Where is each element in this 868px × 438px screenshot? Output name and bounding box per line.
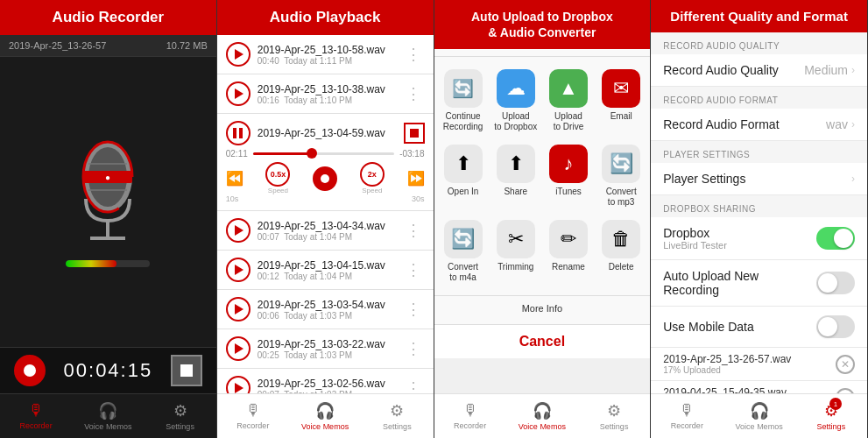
play-button[interactable]	[226, 376, 251, 393]
item-name: 2019-Apr-25_13-03-54.wav	[258, 299, 402, 311]
progress-bar[interactable]	[253, 152, 394, 155]
record-audio-quality-row[interactable]: Record Audio Quality Medium ›	[651, 54, 867, 87]
item-meta: 00:06 Today at 1:03 PM	[258, 311, 402, 321]
dropbox-toggle[interactable]	[816, 227, 855, 250]
nav-settings[interactable]: ⚙1 Settings	[795, 398, 867, 434]
panel1-nav: 🎙 Recorder 🎧 Voice Memos ⚙ Settings	[0, 393, 216, 438]
cancel-button[interactable]: Cancel	[434, 324, 651, 358]
play-triangle-icon	[235, 265, 243, 275]
nav-voice-memos[interactable]: 🎧 Voice Memos	[72, 398, 144, 434]
record-button[interactable]	[14, 355, 46, 386]
modal-option-trimming[interactable]: ✂ Trimming	[490, 215, 541, 288]
nav-settings[interactable]: ⚙ Settings	[145, 398, 216, 434]
item-meta: 00:25 Today at 1:03 PM	[258, 350, 402, 360]
nav-settings[interactable]: ⚙ Settings	[578, 398, 650, 434]
stop-button[interactable]	[171, 355, 202, 386]
record-audio-format-row[interactable]: Record Audio Format wav ›	[651, 109, 867, 141]
list-item: 2019-Apr-25_13-10-58.wav 00:40 Today at …	[217, 35, 434, 74]
modal-option-continue[interactable]: 🔄 ContinueRecording	[438, 64, 489, 138]
record-button-center[interactable]	[313, 166, 337, 191]
nav-recorder[interactable]: 🎙 Recorder	[434, 398, 506, 434]
list-item: 2019-Apr-25_13-10-38.wav 00:16 Today at …	[217, 74, 434, 114]
item-name: 2019-Apr-25_13-04-59.wav	[258, 127, 400, 139]
rename-icon: ✏	[549, 220, 588, 258]
more-button[interactable]: ⋮	[402, 339, 425, 358]
more-button[interactable]: ⋮	[402, 84, 425, 103]
play-button[interactable]	[226, 42, 251, 67]
skip-forward-icon[interactable]: ⏩	[407, 170, 425, 187]
modal-option-delete[interactable]: 🗑 Delete	[596, 215, 646, 288]
timer-display: 00:04:15	[64, 359, 153, 382]
nav-voice-memos[interactable]: 🎧 Voice Memos	[506, 398, 578, 434]
settings-icon: ⚙	[607, 401, 621, 420]
modal-grid: 🔄 ContinueRecording ☁ Uploadto Dropbox ▲…	[434, 57, 651, 295]
list-item: 2019-Apr-25_13-02-56.wav 00:07 Today at …	[217, 369, 434, 393]
more-button[interactable]: ⋮	[402, 45, 425, 64]
mobile-data-row[interactable]: Use Mobile Data	[651, 307, 867, 348]
modal-label: iTunes	[555, 187, 582, 197]
modal-option-openin[interactable]: ⬆ Open In	[438, 139, 489, 213]
play-button[interactable]	[226, 81, 251, 106]
item-name: 2019-Apr-25_13-04-34.wav	[258, 220, 402, 232]
panel-recorder: Audio Recorder 2019-Apr-25_13-26-57 10.7…	[0, 0, 217, 438]
nav-recorder[interactable]: 🎙 Recorder	[651, 398, 723, 434]
play-button[interactable]	[226, 258, 251, 282]
stop-icon	[410, 129, 419, 138]
nav-recorder[interactable]: 🎙 Recorder	[217, 398, 289, 434]
modal-option-itunes[interactable]: ♪ iTunes	[543, 139, 594, 213]
modal-option-dropbox[interactable]: ☁ Uploadto Dropbox	[490, 64, 541, 138]
player-settings-row[interactable]: Player Settings ›	[651, 163, 867, 195]
nav-voice-memos[interactable]: 🎧 Voice Memos	[289, 398, 361, 434]
modal-label: Convertto mp3	[606, 187, 637, 208]
settings-icon: ⚙	[173, 401, 187, 420]
item-info: 2019-Apr-25_13-03-22.wav 00:25 Today at …	[258, 338, 402, 360]
play-button[interactable]	[226, 297, 251, 321]
more-info-row[interactable]: More Info	[434, 295, 651, 321]
play-button[interactable]	[226, 336, 251, 361]
panel2-nav: 🎙 Recorder 🎧 Voice Memos ⚙ Settings	[217, 393, 434, 438]
nav-voice-memos[interactable]: 🎧 Voice Memos	[723, 398, 795, 434]
play-button[interactable]	[226, 218, 251, 243]
speed-2x-button[interactable]: 2x	[360, 162, 385, 187]
modal-option-share[interactable]: ⬆ Share	[490, 139, 541, 213]
volume-fill	[66, 260, 116, 267]
skip-back-icon[interactable]: ⏪	[226, 170, 243, 187]
list-item: 2019-Apr-25_13-04-34.wav 00:07 Today at …	[217, 211, 434, 251]
more-button[interactable]: ⋮	[402, 260, 425, 279]
more-info-label: More Info	[522, 303, 562, 314]
format-value: wav ›	[826, 117, 855, 131]
stop-button[interactable]	[404, 123, 425, 144]
speed-0-5x-button[interactable]: 0.5x	[265, 162, 290, 187]
modal-option-email[interactable]: ✉ Email	[596, 64, 646, 138]
play-triangle-icon	[235, 343, 243, 354]
panel3-nav: 🎙 Recorder 🎧 Voice Memos ⚙ Settings	[434, 393, 651, 438]
modal-option-convert-mp3[interactable]: 🔄 Convertto mp3	[596, 139, 646, 213]
nav-settings[interactable]: ⚙ Settings	[361, 398, 433, 434]
progress-bar-row: 02:11 -03:18	[226, 149, 425, 159]
auto-upload-toggle[interactable]	[816, 272, 855, 294]
modal-label: Open In	[448, 187, 479, 197]
cancel-upload-button[interactable]: ✕	[836, 355, 855, 374]
more-button[interactable]: ⋮	[402, 378, 425, 393]
more-button[interactable]: ⋮	[402, 300, 425, 319]
panel3-list: 2019-Apr-25_13-10-58.wav 00:40 Today at …	[434, 49, 651, 393]
modal-option-rename[interactable]: ✏ Rename	[543, 215, 594, 288]
progress-fill	[253, 152, 310, 155]
auto-upload-row[interactable]: Auto Upload New Recording	[651, 260, 867, 307]
recorder-icon: 🎙	[245, 401, 261, 420]
dropbox-row[interactable]: Dropbox LiveBird Tester	[651, 217, 867, 260]
nav-settings-label: Settings	[600, 422, 629, 431]
more-button[interactable]: ⋮	[402, 221, 425, 240]
pause-icon	[233, 128, 243, 138]
modal-label: Convertto m4a	[448, 262, 478, 283]
player-settings-label: Player Settings	[663, 172, 745, 186]
rec-dot-icon	[24, 364, 36, 377]
pause-button[interactable]	[226, 121, 251, 145]
modal-option-drive[interactable]: ▲ Uploadto Drive	[543, 64, 594, 138]
toggle-knob	[818, 273, 837, 293]
panel-upload: Auto Upload to Dropbox & Audio Converter…	[434, 0, 652, 438]
nav-recorder[interactable]: 🎙 Recorder	[0, 398, 72, 434]
mic-illustration: ●	[55, 129, 160, 251]
modal-option-convert-m4a[interactable]: 🔄 Convertto m4a	[438, 215, 489, 288]
mobile-data-toggle[interactable]	[816, 315, 855, 338]
